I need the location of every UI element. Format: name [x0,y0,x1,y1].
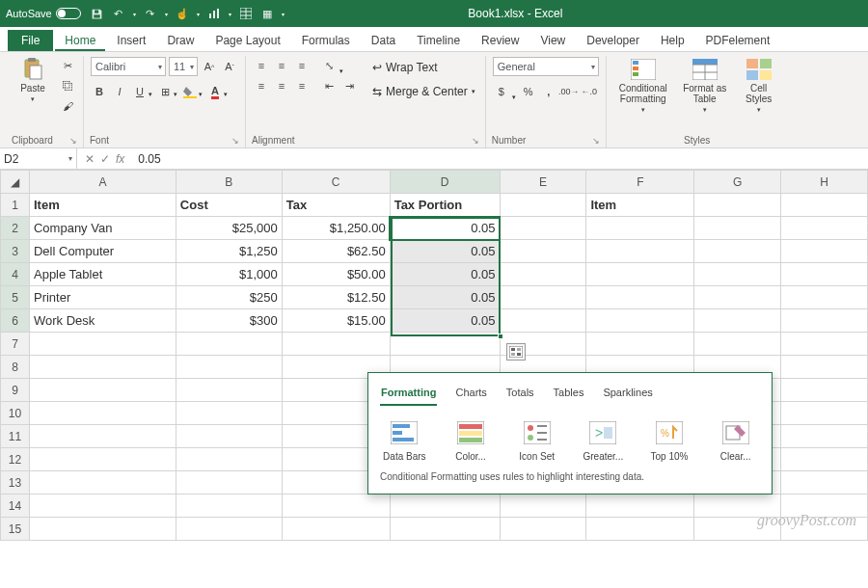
cell-d5[interactable]: 0.05 [390,286,500,309]
align-right-icon[interactable]: ≡ [292,76,312,95]
tab-draw[interactable]: Draw [157,30,203,51]
quick-analysis-button[interactable] [506,343,526,361]
cell-a6[interactable]: Work Desk [29,309,176,333]
qa-item-databars[interactable]: Data Bars [380,420,429,462]
cell-styles-button[interactable]: Cell Styles▾ [736,56,782,116]
cell-g2[interactable] [694,217,781,240]
row-header-3[interactable]: 3 [1,240,30,263]
cell-b6[interactable]: $300 [176,309,282,333]
touch-mode-icon[interactable]: ☝ [176,7,189,20]
merge-center-button[interactable]: ⇆Merge & Center▾ [368,80,479,103]
dialog-launcher-icon[interactable]: ↘ [69,136,77,146]
cancel-formula-icon[interactable]: ✕ [85,152,95,166]
align-bottom-icon[interactable]: ≡ [292,56,312,75]
cell-f1[interactable]: Item [586,194,694,217]
accounting-format-icon[interactable]: $ [492,82,511,101]
chevron-down-icon[interactable] [133,12,136,15]
row-header-5[interactable]: 5 [1,286,30,309]
shrink-font-icon[interactable]: Aˇ [220,57,239,76]
grow-font-icon[interactable]: A^ [200,57,219,76]
cell-e4[interactable] [500,263,586,286]
cell-b1[interactable]: Cost [176,194,282,217]
cell-d4[interactable]: 0.05 [390,263,500,286]
cell-g4[interactable] [694,263,781,286]
qa-item-clear[interactable]: Clear... [711,420,760,462]
align-center-icon[interactable]: ≡ [272,76,291,95]
cell-b3[interactable]: $1,250 [176,240,282,263]
chevron-down-icon[interactable] [165,12,168,15]
qa-item-greater[interactable]: > Greater... [579,420,628,462]
cell-e6[interactable] [500,309,586,333]
tab-data[interactable]: Data [362,30,405,51]
redo-icon[interactable]: ↷ [144,7,157,20]
font-size-combo[interactable]: 11 [169,57,198,76]
cell-a1[interactable]: Item [29,194,176,217]
qa-tab-formatting[interactable]: Formatting [380,385,437,406]
row-header-4[interactable]: 4 [1,263,30,286]
fx-icon[interactable]: fx [116,152,124,166]
enter-formula-icon[interactable]: ✓ [100,152,110,166]
cell-f6[interactable] [586,309,694,333]
formula-bar[interactable]: 0.05 [132,152,868,166]
cell-h1[interactable] [781,194,868,217]
cell-h3[interactable] [781,240,868,263]
tab-page-layout[interactable]: Page Layout [205,30,289,51]
col-header-e[interactable]: E [500,171,586,194]
row-header-2[interactable]: 2 [1,217,30,240]
cell-e2[interactable] [500,217,586,240]
qa-tab-totals[interactable]: Totals [505,385,535,406]
select-all-cell[interactable]: ◢ [1,171,30,194]
cell-b2[interactable]: $25,000 [176,217,282,240]
row-header-1[interactable]: 1 [1,194,30,217]
fill-handle[interactable] [498,334,503,339]
align-top-icon[interactable]: ≡ [252,56,271,75]
col-header-b[interactable]: B [176,171,282,194]
number-format-combo[interactable]: General [493,57,599,76]
cell-b4[interactable]: $1,000 [176,263,282,286]
cut-icon[interactable]: ✂ [58,56,77,75]
italic-button[interactable]: I [110,82,129,101]
bold-button[interactable]: B [90,82,109,101]
row-header-11[interactable]: 11 [1,425,30,448]
cell-c6[interactable]: $15.00 [282,309,390,333]
percent-format-icon[interactable]: % [519,82,538,101]
increase-decimal-icon[interactable]: .00→ [559,82,579,101]
qa-item-iconset[interactable]: Icon Set [512,420,561,462]
cell-g3[interactable] [694,240,781,263]
cell-a3[interactable]: Dell Computer [29,240,176,263]
cell-d6[interactable]: 0.05 [390,309,500,333]
row-header-8[interactable]: 8 [1,356,30,379]
tab-timeline[interactable]: Timeline [407,30,470,51]
qat-more-icon[interactable] [282,12,285,15]
tab-home[interactable]: Home [55,30,105,51]
undo-icon[interactable]: ↶ [112,7,125,20]
name-box[interactable]: D2 [0,148,77,169]
fill-color-icon[interactable] [180,82,200,101]
autosave-toggle[interactable]: AutoSave [6,8,81,19]
chart-icon[interactable] [207,7,221,20]
cell-g5[interactable] [694,286,781,309]
format-as-table-button[interactable]: Format as Table▾ [678,56,732,116]
cell-b5[interactable]: $250 [176,286,282,309]
col-header-a[interactable]: A [29,171,176,194]
conditional-formatting-button[interactable]: Conditional Formatting▾ [612,56,674,116]
cell-d3[interactable]: 0.05 [390,240,500,263]
row-header-9[interactable]: 9 [1,379,30,402]
qa-tab-tables[interactable]: Tables [553,385,585,406]
row-header-7[interactable]: 7 [1,333,30,356]
font-color-icon[interactable]: A [205,82,225,101]
tab-view[interactable]: View [530,30,575,51]
cell-a5[interactable]: Printer [29,286,176,309]
align-middle-icon[interactable]: ≡ [272,56,291,75]
save-icon[interactable] [91,7,104,20]
cell-g6[interactable] [694,309,781,333]
format-painter-icon[interactable]: 🖌 [58,96,77,116]
cell-c1[interactable]: Tax [282,194,390,217]
orientation-icon[interactable]: ⤡ [319,56,339,75]
cell-f5[interactable] [586,286,694,309]
col-header-d[interactable]: D [390,171,500,194]
row-header-10[interactable]: 10 [1,402,30,425]
underline-button[interactable]: U [130,82,149,101]
cell-c2[interactable]: $1,250.00 [282,217,390,240]
cell-h2[interactable] [781,217,868,240]
